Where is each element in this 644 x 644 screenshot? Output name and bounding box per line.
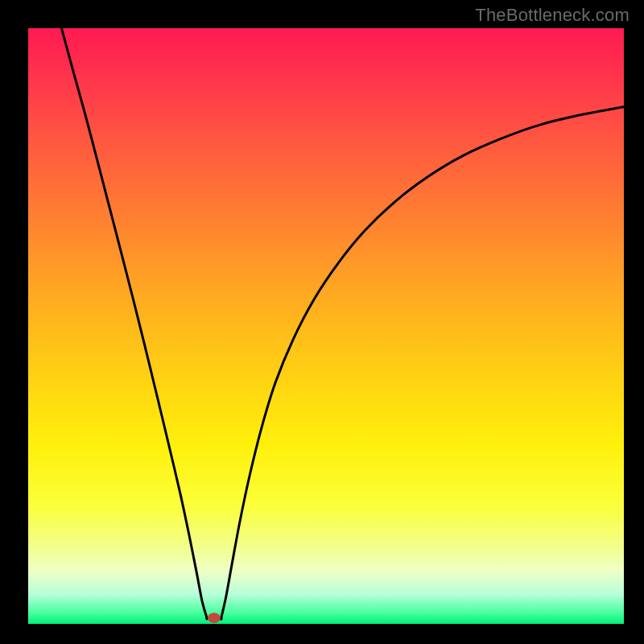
curve-svg (28, 28, 624, 624)
chart-frame: TheBottleneck.com (0, 0, 644, 644)
plot-area (28, 28, 624, 624)
min-marker (208, 613, 221, 623)
watermark-text: TheBottleneck.com (475, 5, 630, 26)
bottleneck-curve (61, 28, 624, 619)
